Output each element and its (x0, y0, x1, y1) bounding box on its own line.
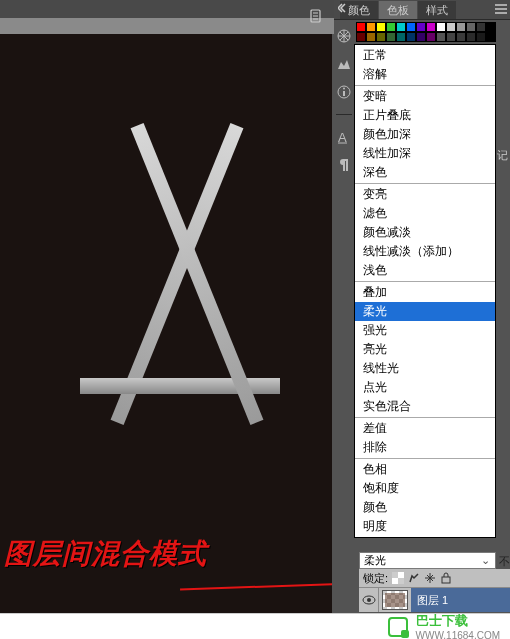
tab-styles[interactable]: 样式 (418, 1, 456, 19)
swatch[interactable] (476, 22, 486, 32)
blend-mode-option[interactable]: 正常 (355, 46, 495, 65)
swatch[interactable] (446, 32, 456, 42)
swatch[interactable] (426, 32, 436, 42)
blend-mode-option[interactable]: 变亮 (355, 185, 495, 204)
blend-mode-option[interactable]: 点光 (355, 378, 495, 397)
swatch[interactable] (426, 22, 436, 32)
blend-mode-dropdown: 正常溶解变暗正片叠底颜色加深线性加深深色变亮滤色颜色减淡线性减淡（添加）浅色叠加… (354, 44, 496, 538)
swatch[interactable] (366, 22, 376, 32)
blend-mode-group: 差值排除 (355, 418, 495, 459)
lock-all-icon[interactable] (440, 572, 452, 584)
blend-mode-group: 变暗正片叠底颜色加深线性加深深色 (355, 86, 495, 184)
layers-panel-body: 图层 1 (359, 587, 510, 612)
swatch[interactable] (436, 32, 446, 42)
swatch[interactable] (406, 22, 416, 32)
swatch[interactable] (486, 32, 496, 42)
layer-thumbnail[interactable] (382, 590, 408, 610)
blend-mode-option[interactable]: 色相 (355, 460, 495, 479)
blend-mode-option[interactable]: 浅色 (355, 261, 495, 280)
info-icon[interactable] (336, 84, 352, 100)
swatch[interactable] (356, 32, 366, 42)
histogram-icon[interactable] (336, 56, 352, 72)
swatch-row-1 (356, 22, 508, 32)
svg-rect-14 (392, 572, 398, 578)
swatch[interactable] (376, 32, 386, 42)
chevron-down-icon: ⌄ (479, 554, 491, 567)
blend-mode-option[interactable]: 深色 (355, 163, 495, 182)
swatch[interactable] (386, 22, 396, 32)
svg-rect-15 (398, 578, 404, 584)
blend-mode-group: 正常溶解 (355, 45, 495, 86)
swatches-panel (354, 20, 510, 44)
blend-mode-option[interactable]: 明度 (355, 517, 495, 536)
separator (336, 114, 352, 115)
blend-mode-option[interactable]: 实色混合 (355, 397, 495, 416)
lock-label: 锁定: (363, 571, 388, 586)
blend-mode-group: 叠加柔光强光亮光线性光点光实色混合 (355, 282, 495, 418)
swatch[interactable] (416, 32, 426, 42)
blend-mode-option[interactable]: 饱和度 (355, 479, 495, 498)
site-brand: 巴士下载 (416, 612, 500, 630)
blend-mode-option[interactable]: 正片叠底 (355, 106, 495, 125)
blend-mode-option[interactable]: 线性加深 (355, 144, 495, 163)
blend-mode-option[interactable]: 差值 (355, 419, 495, 438)
blend-mode-option[interactable]: 滤色 (355, 204, 495, 223)
blend-mode-option[interactable]: 排除 (355, 438, 495, 457)
swatch[interactable] (396, 22, 406, 32)
layer-row[interactable]: 图层 1 (359, 588, 510, 612)
swatch[interactable] (456, 32, 466, 42)
blend-mode-option[interactable]: 叠加 (355, 283, 495, 302)
watermark-footer: 巴士下载 WWW.11684.COM (0, 613, 510, 639)
lock-pixels-icon[interactable] (408, 572, 420, 584)
paragraph-panel-icon[interactable] (336, 157, 352, 173)
document-icon[interactable] (308, 8, 324, 24)
swatch[interactable] (476, 32, 486, 42)
options-bar-strip (0, 18, 334, 34)
blend-mode-option[interactable]: 颜色加深 (355, 125, 495, 144)
blend-mode-option[interactable]: 柔光 (355, 302, 495, 321)
collapsed-panel-label[interactable]: 记 (497, 148, 508, 163)
swatch[interactable] (446, 22, 456, 32)
swatch[interactable] (486, 22, 496, 32)
svg-point-18 (367, 598, 371, 602)
swatch[interactable] (406, 32, 416, 42)
layer-name[interactable]: 图层 1 (411, 588, 510, 612)
blend-mode-option[interactable]: 强光 (355, 321, 495, 340)
layer-visibility-toggle[interactable] (359, 588, 379, 612)
blend-mode-option[interactable]: 溶解 (355, 65, 495, 84)
swatch[interactable] (466, 32, 476, 42)
opacity-label-fragment: 不 (499, 554, 510, 569)
svg-point-10 (343, 88, 345, 90)
options-bar (0, 0, 334, 34)
tab-swatches[interactable]: 色板 (379, 1, 417, 19)
swatch[interactable] (466, 22, 476, 32)
blend-mode-select[interactable]: 柔光 ⌄ (359, 552, 496, 569)
canvas-area[interactable]: 图层间混合模式 (0, 34, 332, 639)
blend-mode-option[interactable]: 亮光 (355, 340, 495, 359)
swatch-row-2 (356, 32, 508, 42)
panel-tab-bar: 颜色 色板 样式 (334, 0, 510, 20)
swatch[interactable] (436, 22, 446, 32)
panel-menu-icon[interactable] (494, 3, 508, 15)
svg-rect-16 (442, 577, 450, 583)
lock-position-icon[interactable] (424, 572, 436, 584)
blend-mode-option[interactable]: 变暗 (355, 87, 495, 106)
navigator-icon[interactable] (336, 28, 352, 44)
character-panel-icon[interactable]: A (336, 129, 352, 145)
swatch[interactable] (366, 32, 376, 42)
swatch[interactable] (456, 22, 466, 32)
expand-panel-icon[interactable] (338, 3, 348, 13)
swatch[interactable] (416, 22, 426, 32)
swatch[interactable] (376, 22, 386, 32)
swatch[interactable] (386, 32, 396, 42)
lock-transparency-icon[interactable] (392, 572, 404, 584)
swatch[interactable] (356, 22, 366, 32)
blend-mode-option[interactable]: 线性光 (355, 359, 495, 378)
swatch[interactable] (396, 32, 406, 42)
blend-mode-option[interactable]: 线性减淡（添加） (355, 242, 495, 261)
blend-mode-value: 柔光 (364, 553, 386, 568)
blend-mode-option[interactable]: 颜色 (355, 498, 495, 517)
site-url: WWW.11684.COM (416, 630, 500, 639)
image-subject-tripod (60, 124, 300, 404)
blend-mode-option[interactable]: 颜色减淡 (355, 223, 495, 242)
